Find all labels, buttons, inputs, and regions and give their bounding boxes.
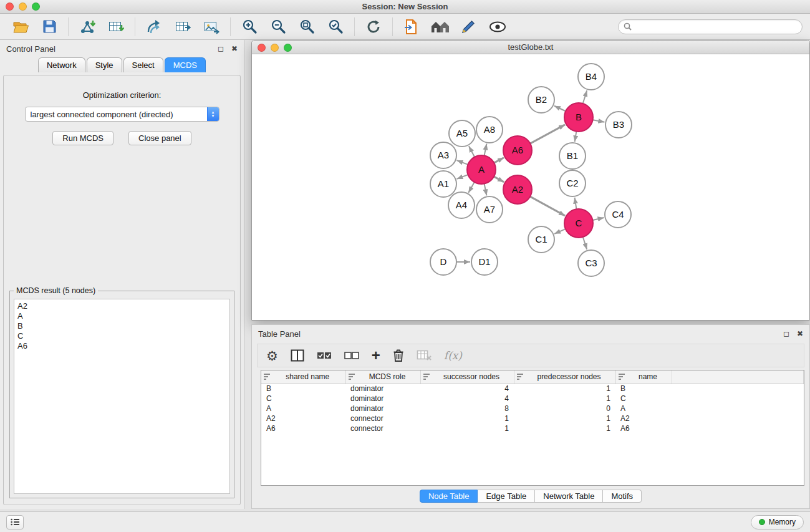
table-cell[interactable]: 1 (514, 394, 615, 404)
network-edge-C-C3[interactable] (583, 237, 587, 249)
create-column-button[interactable]: + (372, 346, 380, 365)
table-cell[interactable]: 4 (420, 394, 514, 404)
float-panel-icon[interactable]: ◻ (218, 44, 224, 53)
network-node-A2[interactable]: A2 (503, 175, 532, 204)
network-node-C1[interactable]: C1 (528, 226, 554, 253)
memory-button[interactable]: Memory (751, 515, 804, 530)
network-edge-A-A5[interactable] (469, 146, 475, 157)
mcds-result-list[interactable]: A2ABCA6 (14, 299, 230, 494)
table-tab-network-table[interactable]: Network Table (535, 490, 603, 503)
network-node-A1[interactable]: A1 (430, 171, 456, 197)
network-node-B[interactable]: B (564, 103, 593, 132)
network-edge-A-A8[interactable] (485, 144, 487, 156)
network-node-D1[interactable]: D1 (471, 249, 498, 275)
export-image-button[interactable] (198, 16, 224, 37)
table-cell[interactable]: dominator (345, 394, 420, 404)
table-cell[interactable]: A (615, 404, 672, 414)
control-tab-mcds[interactable]: MCDS (165, 57, 206, 72)
network-edge-A2-C[interactable] (530, 196, 565, 216)
column-header-successor-nodes[interactable]: successor nodes (420, 370, 514, 384)
table-cell[interactable]: C (261, 394, 345, 404)
close-panel-icon[interactable]: ✖ (231, 44, 238, 53)
control-tab-select[interactable]: Select (123, 57, 163, 72)
network-window-titlebar[interactable]: testGlobe.txt (252, 41, 809, 54)
export-network-button[interactable] (141, 16, 167, 37)
table-tab-motifs[interactable]: Motifs (603, 490, 642, 503)
network-node-C3[interactable]: C3 (578, 250, 604, 276)
network-node-A5[interactable]: A5 (449, 120, 475, 147)
table-cell[interactable]: 0 (514, 404, 615, 414)
delete-table-button[interactable] (417, 346, 432, 365)
network-overview-button[interactable] (427, 16, 453, 37)
network-node-B2[interactable]: B2 (528, 87, 554, 113)
column-header-predecessor-nodes[interactable]: predecessor nodes (514, 370, 615, 384)
save-session-button[interactable] (36, 16, 62, 37)
zoom-fit-button[interactable] (294, 16, 320, 37)
table-cell[interactable]: 1 (420, 414, 514, 423)
network-canvas[interactable]: AA1A2A3A4A5A6A7A8BB1B2B3B4CC1C2C3C4DD1 (254, 56, 808, 318)
network-node-B3[interactable]: B3 (605, 112, 632, 138)
network-node-A[interactable]: A (467, 155, 496, 184)
table-cell[interactable]: 1 (514, 414, 615, 423)
column-header-shared-name[interactable]: shared name (261, 370, 345, 384)
export-table-button[interactable] (170, 16, 196, 37)
table-cell[interactable]: dominator (345, 384, 420, 394)
network-edge-A6-B[interactable] (530, 125, 565, 143)
network-edge-C-C2[interactable] (575, 198, 577, 210)
table-tab-edge-table[interactable]: Edge Table (478, 490, 535, 503)
table-row[interactable]: A2connector11A2 (261, 414, 804, 423)
mcds-result-item[interactable]: A (17, 311, 226, 321)
table-cell[interactable]: A6 (615, 423, 672, 433)
network-edge-A-A7[interactable] (485, 184, 487, 196)
style-brush-button[interactable] (456, 16, 482, 37)
network-close-button[interactable] (258, 44, 266, 52)
table-row[interactable]: A6connector11A6 (261, 423, 804, 433)
control-tab-network[interactable]: Network (38, 57, 85, 72)
deselect-all-columns-button[interactable] (344, 346, 359, 365)
network-edge-A-A4[interactable] (468, 182, 474, 193)
table-cell[interactable]: connector (345, 414, 420, 423)
table-cell[interactable]: 8 (420, 404, 514, 414)
refresh-layout-button[interactable] (360, 16, 387, 37)
zoom-selected-button[interactable] (322, 16, 349, 37)
table-cell[interactable]: A2 (615, 414, 672, 423)
network-edge-B-B3[interactable] (593, 120, 605, 122)
network-document-button[interactable] (398, 16, 425, 37)
table-cell[interactable]: 1 (420, 423, 514, 433)
network-node-A8[interactable]: A8 (476, 117, 503, 143)
mcds-result-item[interactable]: A2 (17, 301, 226, 311)
run-mcds-button[interactable]: Run MCDS (52, 131, 113, 145)
table-cell[interactable]: C (615, 394, 672, 404)
table-cell[interactable]: B (615, 384, 672, 394)
select-all-columns-button[interactable] (317, 346, 332, 365)
network-node-A4[interactable]: A4 (448, 192, 475, 218)
table-cell[interactable]: 1 (514, 384, 615, 394)
control-tab-style[interactable]: Style (87, 57, 122, 72)
table-cell[interactable]: B (261, 384, 345, 394)
table-row[interactable]: Bdominator41B (261, 384, 804, 394)
network-node-A3[interactable]: A3 (430, 142, 456, 168)
network-edge-C-C4[interactable] (592, 218, 604, 220)
zoom-window-button[interactable] (32, 2, 40, 11)
table-cell[interactable]: 1 (514, 423, 615, 433)
table-cell[interactable]: A6 (261, 423, 345, 433)
close-panel-button[interactable]: Close panel (128, 131, 191, 145)
network-node-C4[interactable]: C4 (605, 201, 631, 228)
network-node-B1[interactable]: B1 (559, 143, 586, 169)
optimization-criterion-dropdown[interactable]: largest connected component (directed) ▲… (25, 107, 219, 122)
table-settings-button[interactable]: ⚙ (266, 346, 278, 365)
table-row[interactable]: Adominator80A (261, 404, 804, 414)
network-node-A6[interactable]: A6 (503, 136, 532, 165)
toggle-visibility-button[interactable] (485, 16, 511, 37)
network-edge-A-A6[interactable] (494, 158, 504, 163)
mcds-result-item[interactable]: C (17, 331, 226, 341)
float-table-panel-icon[interactable]: ◻ (783, 329, 789, 338)
zoom-out-button[interactable] (265, 16, 291, 37)
zoom-in-button[interactable] (236, 16, 263, 37)
minimize-window-button[interactable] (19, 2, 27, 11)
show-columns-button[interactable] (291, 346, 304, 365)
table-cell[interactable]: A (261, 404, 345, 414)
open-session-button[interactable] (7, 16, 34, 37)
column-header-name[interactable]: name (615, 370, 672, 384)
function-builder-button[interactable]: f(x) (444, 346, 462, 365)
